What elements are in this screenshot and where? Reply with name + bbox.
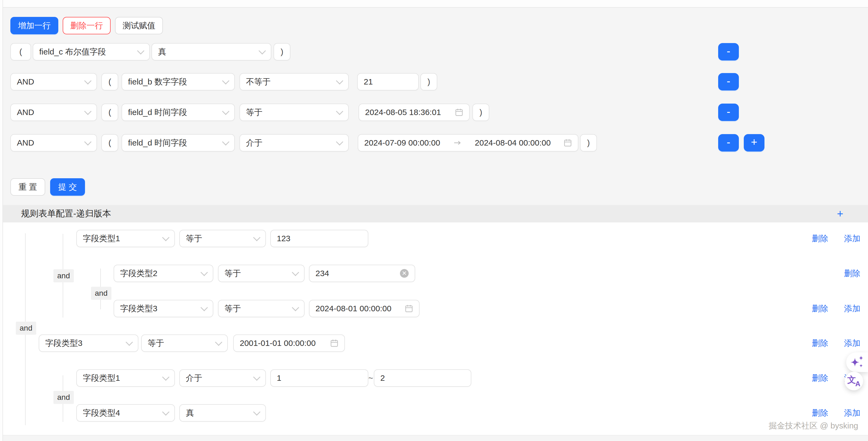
datetime-range-picker[interactable]: 2024-07-09 00:00:00 2024-08-04 00:00:00 xyxy=(358,134,579,151)
tree-field-select[interactable]: 字段类型2 xyxy=(114,265,213,282)
chevron-down-icon xyxy=(253,374,260,381)
tree-field-select[interactable]: 字段类型1 xyxy=(76,369,175,387)
range-end-value: 2024-08-04 00:00:00 xyxy=(475,138,551,147)
tree-field-value: 字段类型3 xyxy=(45,338,83,349)
close-paren-input[interactable]: ) xyxy=(472,104,489,121)
field-select[interactable]: field_d 时间字段 xyxy=(122,134,235,151)
sparkle-icon xyxy=(850,356,864,369)
tree-field-select[interactable]: 字段类型3 xyxy=(114,300,213,317)
translate-zh-glyph: 文 xyxy=(847,374,856,386)
close-paren-input[interactable]: ) xyxy=(274,43,290,60)
chevron-down-icon xyxy=(222,138,229,146)
chevron-down-icon xyxy=(253,408,260,416)
tree-datetime-picker[interactable]: 2024-08-01 00:00:00 xyxy=(309,300,420,317)
remove-expr-row-button[interactable]: - xyxy=(718,104,739,121)
operator-select[interactable]: 等于 xyxy=(240,104,349,121)
operator-select[interactable]: 介于 xyxy=(240,134,349,151)
and-connector-label: and xyxy=(16,322,36,335)
logic-select-value: AND xyxy=(17,108,34,117)
logic-select[interactable]: AND xyxy=(10,73,97,90)
tree-add-link[interactable]: 添加 xyxy=(844,300,860,317)
tree-add-link[interactable]: 添加 xyxy=(844,334,860,352)
add-row-button[interactable]: 增加一行 xyxy=(10,17,58,34)
open-paren-input[interactable]: ( xyxy=(101,104,118,121)
operator-select[interactable]: 不等于 xyxy=(240,73,349,90)
ai-assistant-button[interactable] xyxy=(846,352,868,372)
tree-operator-select[interactable]: 等于 xyxy=(218,265,305,282)
logic-select-value: AND xyxy=(17,138,34,147)
open-paren-input[interactable]: ( xyxy=(101,134,118,151)
watermark: 掘金技术社区 @ bysking xyxy=(769,420,858,432)
remove-expr-row-button[interactable]: - xyxy=(718,43,739,60)
field-select[interactable]: field_c 布尔值字段 xyxy=(33,43,150,60)
tree-remove-link[interactable]: 删除 xyxy=(812,404,828,422)
logic-select[interactable]: AND xyxy=(10,104,97,121)
test-assign-button[interactable]: 测试赋值 xyxy=(115,17,163,34)
tree-remove-link[interactable]: 删除 xyxy=(844,265,860,282)
field-select-value: field_c 布尔值字段 xyxy=(39,46,106,58)
value-select[interactable]: 真 xyxy=(152,43,271,60)
tree-value-select[interactable]: 真 xyxy=(179,404,266,422)
range-start-value: 2024-07-09 00:00:00 xyxy=(364,138,440,147)
operator-select-value: 介于 xyxy=(246,137,262,149)
field-select-value: field_d 时间字段 xyxy=(128,107,187,118)
top-strip xyxy=(0,0,868,7)
open-paren-input[interactable]: ( xyxy=(10,43,31,60)
tree-field-select[interactable]: 字段类型3 xyxy=(39,334,138,352)
chevron-down-icon xyxy=(292,269,299,276)
tree-operator-select[interactable]: 等于 xyxy=(218,300,305,317)
field-select[interactable]: field_b 数字字段 xyxy=(122,73,235,90)
field-select[interactable]: field_d 时间字段 xyxy=(122,104,235,121)
submit-button[interactable]: 提 交 xyxy=(50,178,85,196)
close-paren-input[interactable]: ) xyxy=(421,73,437,90)
tree-operator-value: 等于 xyxy=(224,268,241,279)
remove-expr-row-button[interactable]: - xyxy=(718,73,739,90)
tree-remove-link[interactable]: 删除 xyxy=(812,300,828,317)
tree-field-select[interactable]: 字段类型4 xyxy=(76,404,175,422)
operator-select-value: 不等于 xyxy=(246,76,271,87)
value-input[interactable]: 21 xyxy=(357,73,419,90)
tree-field-value: 字段类型2 xyxy=(120,268,157,279)
clear-icon[interactable]: ✕ xyxy=(400,269,409,278)
delete-row-button[interactable]: 删除一行 xyxy=(63,17,111,34)
tree-value-text: 真 xyxy=(186,408,194,419)
calendar-icon xyxy=(405,304,413,313)
tree-remove-link[interactable]: 删除 xyxy=(812,334,828,352)
open-paren-input[interactable]: ( xyxy=(101,73,118,90)
chevron-down-icon xyxy=(253,234,260,241)
tree-operator-select[interactable]: 等于 xyxy=(141,334,228,352)
remove-expr-row-button[interactable]: - xyxy=(718,134,739,151)
tree-value-input[interactable]: 123 xyxy=(270,230,368,247)
left-rail xyxy=(0,0,3,441)
chevron-down-icon xyxy=(162,234,169,241)
and-connector-label: and xyxy=(53,391,74,404)
tree-operator-select[interactable]: 等于 xyxy=(179,230,266,247)
tree-field-select[interactable]: 字段类型1 xyxy=(76,230,175,247)
tree-datetime-picker[interactable]: 2001-01-01 00:00:00 xyxy=(233,334,345,352)
value-select-value: 真 xyxy=(158,46,166,58)
close-paren-input[interactable]: ) xyxy=(580,134,597,151)
reset-button[interactable]: 重 置 xyxy=(10,178,45,196)
chevron-down-icon xyxy=(258,47,266,55)
datetime-picker[interactable]: 2024-08-05 18:36:01 xyxy=(359,104,470,121)
chevron-down-icon xyxy=(200,304,208,311)
chevron-down-icon xyxy=(162,374,169,381)
chevron-down-icon xyxy=(126,339,133,346)
tree-field-value: 字段类型3 xyxy=(120,303,157,314)
tree-add-link[interactable]: 添加 xyxy=(844,230,860,247)
tree-range-start-input[interactable]: 1 xyxy=(270,369,368,387)
logic-select-value: AND xyxy=(17,77,34,86)
logic-select[interactable]: AND xyxy=(10,134,97,151)
tree-range-end-input[interactable]: 2 xyxy=(374,369,471,387)
tree-remove-link[interactable]: 删除 xyxy=(812,369,828,387)
tree-add-link[interactable]: 添加 xyxy=(844,404,860,422)
translate-button[interactable]: 文 A xyxy=(844,372,863,390)
add-expr-row-button[interactable]: + xyxy=(744,134,765,151)
calendar-icon xyxy=(564,139,572,147)
section-add-button[interactable]: + xyxy=(837,205,843,223)
tree-value-input[interactable]: 234 ✕ xyxy=(309,265,415,282)
tree-operator-select[interactable]: 介于 xyxy=(179,369,266,387)
tree-remove-link[interactable]: 删除 xyxy=(812,230,828,247)
tree-operator-value: 等于 xyxy=(186,233,202,244)
tree-datetime-value: 2001-01-01 00:00:00 xyxy=(240,339,316,348)
